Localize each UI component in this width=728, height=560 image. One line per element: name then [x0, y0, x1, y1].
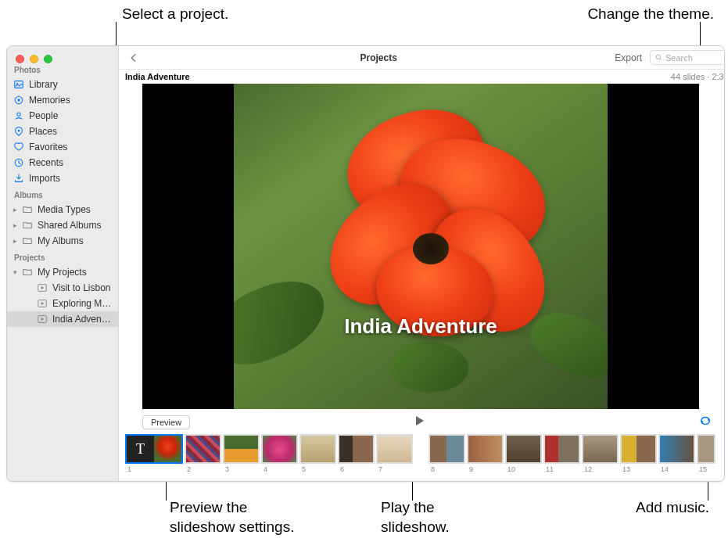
search-input[interactable]: Search: [650, 50, 725, 65]
thumb-cell-14[interactable]: 14: [658, 434, 695, 473]
people-icon: [13, 110, 24, 121]
folder-icon: [22, 204, 33, 215]
sidebar-item-favorites[interactable]: Favorites: [7, 139, 118, 155]
sidebar-item-places[interactable]: Places: [7, 124, 118, 139]
thumb-cell-4[interactable]: 4: [261, 434, 298, 473]
thumb-cell-13[interactable]: 13: [620, 434, 657, 473]
sidebar-item-label: People: [29, 110, 58, 121]
svg-point-3: [17, 99, 20, 102]
slideshow-title: India Adventure: [125, 72, 190, 81]
places-icon: [13, 126, 24, 137]
thumb-cell-15[interactable]: 15: [697, 434, 715, 473]
thumb-cell-3[interactable]: 3: [223, 434, 260, 473]
close-window-button[interactable]: [16, 55, 24, 63]
svg-point-5: [18, 130, 20, 132]
thumbnail-strip[interactable]: T 1 2 3 4 5 6 7 8 9 10 11 12 13 14 15: [119, 434, 725, 481]
thumb-number: 10: [505, 465, 515, 473]
chevron-right-icon: ▸: [13, 237, 20, 245]
sidebar-project-india-adventure[interactable]: India Adventure: [7, 311, 118, 327]
sidebar-item-media-types[interactable]: ▸ Media Types: [7, 202, 118, 217]
main-content: Projects Export Search India Adventure 4…: [119, 46, 725, 481]
thumb-number: 2: [185, 465, 191, 473]
sidebar-item-imports[interactable]: Imports: [7, 171, 118, 186]
thumb-number: 3: [223, 465, 229, 473]
slide-preview[interactable]: India Adventure: [142, 84, 699, 409]
sidebar-project-exploring-mor[interactable]: Exploring Mor…: [7, 296, 118, 311]
sidebar-item-label: Memories: [29, 95, 70, 106]
svg-point-10: [656, 55, 661, 59]
imports-icon: [13, 173, 24, 184]
thumb-number: 8: [429, 465, 435, 473]
slide-caption: India Adventure: [344, 314, 497, 339]
svg-point-4: [17, 113, 20, 116]
callout-select-project: Select a project.: [122, 5, 228, 24]
thumb-number: 4: [261, 465, 267, 473]
thumb-cell-7[interactable]: 7: [376, 434, 413, 473]
chevron-right-icon: ▸: [13, 206, 20, 214]
search-icon: [654, 53, 663, 62]
sidebar-item-label: Exploring Mor…: [52, 298, 112, 309]
thumb-cell-6[interactable]: 6: [338, 434, 375, 473]
sidebar-item-label: My Albums: [38, 235, 84, 246]
folder-icon: [22, 220, 33, 231]
slideshow-icon: [37, 298, 48, 309]
thumb-cell-9[interactable]: 9: [467, 434, 504, 473]
thumb-cell-5[interactable]: 5: [299, 434, 336, 473]
folder-icon: [22, 267, 33, 278]
sidebar-item-my-projects[interactable]: ▾ My Projects: [7, 264, 118, 280]
thumb-number: 1: [125, 465, 131, 473]
export-button[interactable]: Export: [615, 52, 642, 63]
slideshow-meta: 44 slides · 2:38m: [671, 72, 725, 81]
thumb-number: 15: [697, 465, 707, 473]
thumb-cell-12[interactable]: 12: [582, 434, 619, 473]
thumb-number: 7: [376, 465, 382, 473]
thumb-cell-2[interactable]: 2: [185, 434, 221, 473]
app-window: Photos Library Memories People Places Fa…: [6, 45, 725, 482]
sidebar-item-my-albums[interactable]: ▸ My Albums: [7, 233, 118, 249]
sidebar-item-label: Visit to Lisbon: [52, 282, 111, 293]
folder-icon: [22, 235, 33, 246]
search-placeholder: Search: [665, 53, 693, 63]
maximize-window-button[interactable]: [44, 55, 52, 63]
duration-button[interactable]: [721, 303, 725, 321]
controls-row: Preview: [119, 412, 719, 433]
theme-button[interactable]: [721, 240, 725, 259]
sidebar-item-recents[interactable]: Recents: [7, 155, 118, 171]
sidebar-item-label: Recents: [29, 157, 63, 168]
chevron-right-icon: ▸: [13, 221, 20, 229]
sidebar-item-label: Shared Albums: [38, 220, 101, 231]
side-tools: [719, 84, 725, 321]
play-button[interactable]: [413, 415, 425, 430]
sidebar-section-albums: Albums: [7, 186, 118, 202]
thumb-number: 5: [299, 465, 306, 473]
thumb-number: 11: [543, 465, 554, 473]
sidebar-item-memories[interactable]: Memories: [7, 92, 118, 108]
callout-add-music: Add music.: [636, 498, 709, 518]
sidebar-item-people[interactable]: People: [7, 108, 118, 124]
thumb-cell-11[interactable]: 11: [543, 434, 580, 473]
thumb-cell-8[interactable]: 8: [429, 434, 465, 473]
window-controls: [7, 46, 118, 61]
sidebar-item-library[interactable]: Library: [7, 77, 118, 92]
recents-icon: [13, 157, 24, 168]
sidebar-project-visit-lisbon[interactable]: Visit to Lisbon: [7, 280, 118, 296]
loop-button[interactable]: [698, 414, 712, 431]
preview-button[interactable]: Preview: [142, 415, 190, 429]
add-photos-button[interactable]: [723, 448, 725, 467]
toolbar-title: Projects: [142, 52, 615, 63]
sidebar-item-label: Library: [29, 79, 58, 90]
sidebar-item-label: Places: [29, 126, 57, 137]
slide-image: [142, 84, 699, 409]
music-button[interactable]: [721, 271, 725, 290]
memories-icon: [13, 95, 24, 106]
sidebar-item-shared-albums[interactable]: ▸ Shared Albums: [7, 217, 118, 233]
library-icon: [13, 79, 24, 90]
thumb-cell-1[interactable]: T 1: [125, 434, 183, 473]
subheader: India Adventure 44 slides · 2:38m: [119, 70, 725, 84]
callout-change-theme: Change the theme.: [587, 5, 714, 24]
minimize-window-button[interactable]: [30, 55, 38, 63]
sidebar-item-label: India Adventure: [52, 314, 112, 325]
sidebar: Photos Library Memories People Places Fa…: [7, 46, 119, 481]
back-button[interactable]: [125, 51, 142, 65]
thumb-cell-10[interactable]: 10: [505, 434, 542, 473]
